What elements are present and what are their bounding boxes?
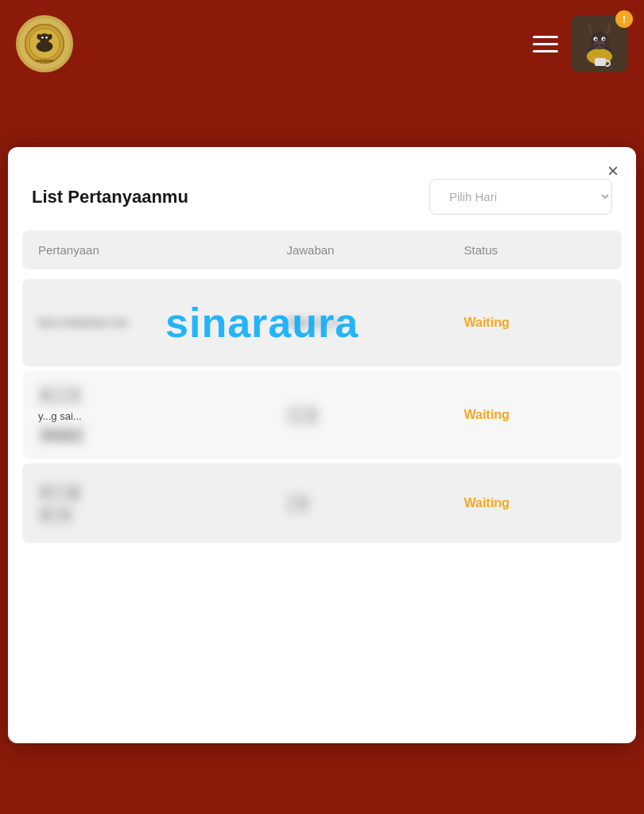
row-pertanyaan-2: k t y...g sai... buang e <box>38 386 286 444</box>
hamburger-menu[interactable] <box>533 36 558 52</box>
logo: PERUBAHAN <box>16 15 73 72</box>
col-header-pertanyaan: Pertanyaan <box>38 243 286 257</box>
row-jawaban-3: t <box>286 494 464 514</box>
app-header: PERUBAHAN <box>0 0 644 87</box>
col-header-jawaban: Jawaban <box>286 243 464 257</box>
svg-point-16 <box>595 38 596 40</box>
avatar-container[interactable]: ! <box>571 15 628 72</box>
svg-point-6 <box>41 37 44 39</box>
table-header: Pertanyaan Jawaban Status <box>22 231 622 269</box>
svg-point-4 <box>37 34 41 40</box>
hamburger-line-2 <box>533 43 558 45</box>
modal: × List Pertanyaanmu Pilih Hari Senin Sel… <box>8 147 636 743</box>
hamburger-line-1 <box>533 36 558 38</box>
svg-point-13 <box>594 41 605 48</box>
table-row: bisa melakukan hal tidak bisa d Waiting … <box>22 279 622 366</box>
row-jawaban-2: .l <box>286 405 464 425</box>
notification-badge: ! <box>615 10 633 28</box>
svg-point-19 <box>600 45 603 47</box>
logo-icon: PERUBAHAN <box>24 23 65 64</box>
row-jawaban-1: tidak bisa d <box>286 315 464 331</box>
svg-point-7 <box>45 37 48 39</box>
day-select[interactable]: Pilih Hari Senin Selasa Rabu Kamis Jumat… <box>429 179 612 215</box>
avatar-icon <box>574 18 625 69</box>
svg-text:PERUBAHAN: PERUBAHAN <box>36 60 54 63</box>
modal-header: List Pertanyaanmu Pilih Hari Senin Selas… <box>8 147 636 231</box>
table-rows: bisa melakukan hal tidak bisa d Waiting … <box>22 279 622 543</box>
table-row: k g h s t Waiting <box>22 463 622 543</box>
hamburger-line-3 <box>533 50 558 52</box>
logo-inner: PERUBAHAN <box>19 18 70 69</box>
col-header-status: Status <box>464 243 607 257</box>
svg-point-5 <box>48 34 52 40</box>
header-right: ! <box>533 15 628 72</box>
row-pertanyaan-3: k g h s <box>38 483 286 525</box>
svg-point-18 <box>596 45 599 47</box>
svg-point-17 <box>603 38 604 40</box>
table-row: k t y...g sai... buang e .l Waiting <box>22 371 622 459</box>
row-status-3: Waiting <box>464 496 607 510</box>
close-button[interactable]: × <box>607 161 619 180</box>
row-pertanyaan-1: bisa melakukan hal <box>38 315 286 331</box>
modal-title: List Pertanyaanmu <box>32 187 188 207</box>
row-status-2: Waiting <box>464 408 607 422</box>
svg-rect-20 <box>595 58 606 66</box>
row-status-1: Waiting <box>464 316 607 330</box>
